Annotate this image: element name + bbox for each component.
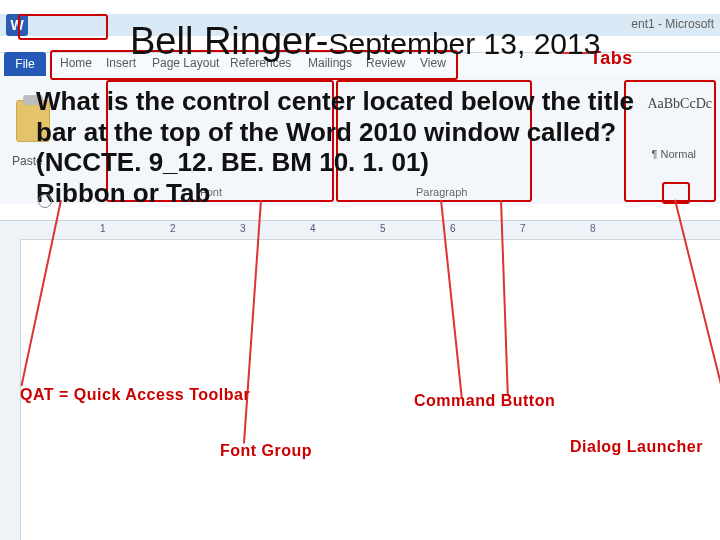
- ruler-tick: 4: [310, 223, 316, 234]
- answer-text: Ribbon or Tab: [36, 178, 664, 209]
- question-text: What is the control center located below…: [36, 86, 664, 178]
- horizontal-ruler: 1 2 3 4 5 6 7 8: [0, 220, 720, 240]
- ruler-tick: 2: [170, 223, 176, 234]
- ruler-tick: 1: [100, 223, 106, 234]
- document-title: ent1 - Microsoft: [631, 17, 714, 31]
- slide-title-date: September 13, 2013: [329, 27, 601, 60]
- slide-title: Bell Ringer-September 13, 2013: [130, 20, 600, 63]
- callout-label-font-group: Font Group: [220, 442, 312, 460]
- slide-background: W ent1 - Microsoft File Home Insert Page…: [0, 0, 720, 540]
- file-tab[interactable]: File: [4, 52, 46, 76]
- callout-label-qat: QAT = Quick Access Toolbar: [20, 386, 250, 404]
- ruler-tick: 7: [520, 223, 526, 234]
- slide-body: What is the control center located below…: [36, 86, 664, 209]
- ruler-tick: 5: [380, 223, 386, 234]
- ruler-tick: 6: [450, 223, 456, 234]
- callout-label-command-button: Command Button: [414, 392, 555, 410]
- ruler-tick: 8: [590, 223, 596, 234]
- callout-box-qat: [18, 14, 108, 40]
- callout-label-dialog-launcher: Dialog Launcher: [570, 438, 703, 456]
- bullet-circle-icon: [38, 194, 52, 208]
- slide-title-main: Bell Ringer-: [130, 20, 329, 62]
- ruler-tick: 3: [240, 223, 246, 234]
- vertical-ruler: [0, 238, 21, 540]
